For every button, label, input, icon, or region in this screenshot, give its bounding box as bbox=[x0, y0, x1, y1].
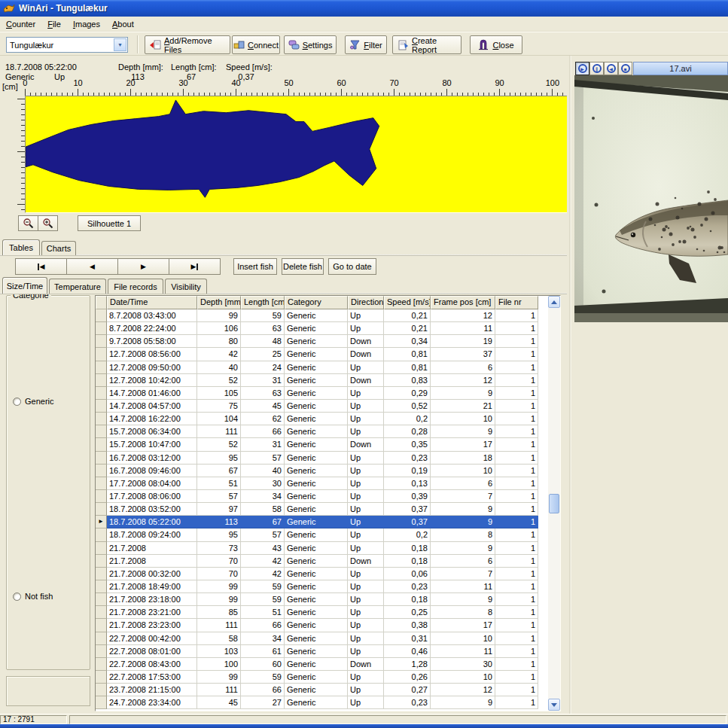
zoom-in-button[interactable] bbox=[38, 215, 58, 231]
row-selector[interactable] bbox=[96, 542, 107, 555]
table-row[interactable]: 8.7.2008 22:24:0010663GenericUp0,21111 bbox=[96, 322, 538, 335]
row-selector[interactable] bbox=[96, 696, 107, 709]
row-selector[interactable] bbox=[96, 568, 107, 580]
first-record-button[interactable]: ◀ bbox=[15, 258, 67, 275]
table-row[interactable]: 16.7.2008 09:46:006740GenericUp0,19101 bbox=[96, 465, 538, 477]
table-row[interactable]: 23.7.2008 21:15:0011166GenericUp0,27121 bbox=[96, 684, 538, 696]
table-row[interactable]: 18.7.2008 09:24:009557GenericUp0,281 bbox=[96, 528, 538, 541]
row-selector[interactable] bbox=[96, 413, 107, 425]
create-report-button[interactable]: Create Report bbox=[392, 35, 461, 54]
row-selector[interactable] bbox=[96, 632, 107, 645]
column-header-direction[interactable]: Direction bbox=[348, 296, 384, 309]
row-selector[interactable] bbox=[96, 658, 107, 671]
table-row[interactable]: 14.7.2008 04:57:007545GenericUp0,52211 bbox=[96, 400, 538, 413]
step-back-button[interactable]: ◀ bbox=[604, 62, 618, 75]
table-scrollbar[interactable] bbox=[548, 296, 560, 711]
tab-visibility[interactable]: Visibility bbox=[165, 279, 207, 294]
silhouette-button[interactable]: Silhouette 1 bbox=[78, 215, 141, 231]
table-row[interactable]: 14.7.2008 16:22:0010462GenericUp0,2101 bbox=[96, 413, 538, 425]
goto-date-button[interactable]: Go to date bbox=[328, 258, 376, 275]
zoom-out-button[interactable] bbox=[18, 215, 38, 231]
row-selector[interactable] bbox=[96, 322, 107, 335]
row-selector[interactable] bbox=[96, 348, 107, 361]
table-row[interactable]: 21.7.20087343GenericUp0,1891 bbox=[96, 542, 538, 555]
insert-fish-button[interactable]: Insert fish bbox=[233, 258, 277, 275]
play-button[interactable]: ▶ bbox=[575, 62, 589, 75]
tab-temperature[interactable]: Temperature bbox=[49, 279, 106, 294]
row-selector[interactable] bbox=[96, 477, 107, 490]
row-selector[interactable] bbox=[96, 606, 107, 619]
row-selector[interactable] bbox=[96, 374, 107, 387]
menu-about[interactable]: About bbox=[106, 18, 140, 30]
row-selector[interactable] bbox=[96, 671, 107, 684]
table-row[interactable]: 21.7.2008 23:18:009959GenericUp0,1891 bbox=[96, 593, 538, 606]
table-row[interactable]: 21.7.2008 18:49:009959GenericUp0,23111 bbox=[96, 580, 538, 593]
table-row[interactable]: 15.7.2008 06:34:0011166GenericUp0,2891 bbox=[96, 425, 538, 438]
menu-counter[interactable]: Counter bbox=[0, 18, 41, 30]
prev-record-button[interactable]: ◀ bbox=[66, 258, 118, 275]
radio-generic[interactable]: Generic bbox=[13, 397, 54, 406]
column-header-file-nr[interactable]: File nr bbox=[495, 296, 538, 309]
table-row[interactable]: 17.7.2008 08:06:005734GenericUp0,3971 bbox=[96, 490, 538, 503]
table-row[interactable]: 22.7.2008 17:53:009959GenericUp0,26101 bbox=[96, 671, 538, 684]
table-row[interactable]: 22.7.2008 00:42:005834GenericUp0,31101 bbox=[96, 632, 538, 645]
row-selector[interactable] bbox=[96, 309, 107, 322]
row-selector[interactable] bbox=[96, 555, 107, 568]
menu-file[interactable]: File bbox=[41, 18, 67, 30]
column-header-length[interactable]: Length [cm] bbox=[241, 296, 285, 309]
table-row[interactable]: 9.7.2008 05:58:008048GenericDown0,34191 bbox=[96, 335, 538, 348]
radio-generic-icon[interactable] bbox=[13, 398, 21, 406]
row-selector[interactable] bbox=[96, 335, 107, 348]
column-header-frame-pos[interactable]: Frame pos [cm] bbox=[431, 296, 495, 309]
row-selector[interactable] bbox=[96, 387, 107, 400]
table-row[interactable]: 12.7.2008 09:50:004024GenericUp0,8161 bbox=[96, 361, 538, 374]
row-selector[interactable] bbox=[96, 490, 107, 503]
tab-size-time[interactable]: Size/Time bbox=[2, 277, 47, 294]
titlebar[interactable]: WinAri - Tungulækur bbox=[0, 0, 728, 17]
row-selector[interactable] bbox=[96, 452, 107, 465]
column-header-category[interactable]: Category bbox=[285, 296, 348, 309]
row-selector[interactable] bbox=[96, 400, 107, 413]
column-header-date-time[interactable]: Date/Time bbox=[107, 296, 197, 309]
scrollbar-thumb[interactable] bbox=[549, 494, 559, 513]
column-header-depth[interactable]: Depth [mm] bbox=[197, 296, 241, 309]
table-row[interactable]: 21.7.20087042GenericDown0,1861 bbox=[96, 555, 538, 568]
table-row[interactable]: 22.7.2008 08:43:0010060GenericDown1,2830… bbox=[96, 658, 538, 671]
row-selector[interactable] bbox=[96, 503, 107, 516]
table-row[interactable]: 17.7.2008 08:04:005130GenericUp0,1361 bbox=[96, 477, 538, 490]
table-row[interactable]: 8.7.2008 03:43:009959GenericUp0,21121 bbox=[96, 309, 538, 322]
table-row[interactable]: 12.7.2008 10:42:005231GenericDown0,83121 bbox=[96, 374, 538, 387]
row-selector[interactable] bbox=[96, 465, 107, 477]
row-selector[interactable] bbox=[96, 580, 107, 593]
table-row[interactable]: 21.7.2008 00:32:007042GenericUp0,0671 bbox=[96, 568, 538, 580]
row-selector[interactable] bbox=[96, 361, 107, 374]
table-row[interactable]: 18.7.2008 03:52:009758GenericUp0,3791 bbox=[96, 503, 538, 516]
radio-not-fish-icon[interactable] bbox=[13, 592, 21, 601]
table-row[interactable]: 14.7.2008 01:46:0010563GenericUp0,2991 bbox=[96, 387, 538, 400]
site-combobox[interactable]: Tungulækur ▼ bbox=[6, 37, 128, 53]
table-row[interactable]: 16.7.2008 03:12:009557GenericUp0,23181 bbox=[96, 452, 538, 465]
radio-not-fish[interactable]: Not fish bbox=[13, 592, 53, 601]
chevron-down-icon[interactable]: ▼ bbox=[114, 38, 126, 51]
row-selector[interactable] bbox=[96, 425, 107, 438]
table-row[interactable]: 24.7.2008 23:34:004527GenericUp0,2391 bbox=[96, 696, 538, 709]
loop-button[interactable]: ▪ bbox=[618, 62, 632, 75]
next-record-button[interactable]: ▶ bbox=[117, 258, 169, 275]
table-row[interactable]: 15.7.2008 10:47:005231GenericDown0,35171 bbox=[96, 438, 538, 451]
table-row[interactable]: 21.7.2008 23:23:0011166GenericUp0,38171 bbox=[96, 619, 538, 632]
settings-button[interactable]: Settings bbox=[284, 35, 337, 54]
tab-file-records[interactable]: File records bbox=[108, 279, 163, 294]
table-row[interactable]: 12.7.2008 08:56:004225GenericDown0,81371 bbox=[96, 348, 538, 361]
panel-splitter[interactable] bbox=[567, 56, 574, 714]
last-record-button[interactable]: ▶ bbox=[169, 258, 221, 275]
row-selector[interactable] bbox=[96, 684, 107, 696]
scroll-down-icon[interactable] bbox=[548, 699, 560, 711]
tab-charts[interactable]: Charts bbox=[41, 241, 76, 255]
connect-button[interactable]: Connect bbox=[232, 35, 280, 54]
filter-button[interactable]: Filter bbox=[345, 35, 387, 54]
close-button[interactable]: Close bbox=[470, 35, 522, 54]
column-header-speed[interactable]: Speed [m/s] bbox=[384, 296, 431, 309]
delete-fish-button[interactable]: Delete fish bbox=[282, 258, 324, 275]
menu-images[interactable]: Images bbox=[67, 18, 106, 30]
tab-tables[interactable]: Tables bbox=[2, 239, 40, 255]
